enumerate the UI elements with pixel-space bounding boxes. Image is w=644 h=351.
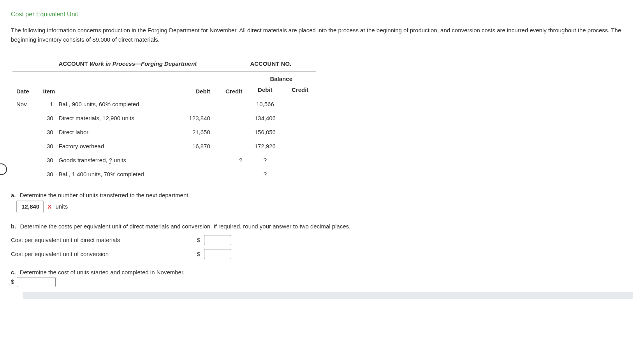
cell-credit	[214, 139, 246, 153]
col-credit: Credit	[214, 72, 246, 97]
cell-item: Bal., 900 units, 60% completed	[55, 97, 176, 111]
cost-conv-label: Cost per equivalent unit of conversion	[11, 249, 194, 259]
cell-bal-debit: ?	[246, 167, 284, 181]
table-row: 30 Goods transferred, ? units ? ?	[12, 153, 316, 167]
cell-credit	[214, 111, 246, 125]
cell-day: 30	[39, 153, 55, 167]
table-row: 30 Direct materials, 12,900 units 123,84…	[12, 111, 316, 125]
col-bal-credit: Credit	[284, 84, 316, 97]
cell-month: Nov.	[12, 97, 39, 111]
q-c-text: Determine the cost of units started and …	[20, 269, 185, 276]
cell-bal-credit	[284, 125, 316, 139]
cell-bal-credit	[284, 111, 316, 125]
account-name: Work in Process—Forging Department	[90, 60, 197, 67]
question-a: a. Determine the number of units transfe…	[11, 191, 633, 213]
cell-bal-credit	[284, 167, 316, 181]
cell-bal-credit	[284, 97, 316, 111]
col-balance: Balance	[246, 72, 316, 84]
account-label: ACCOUNT	[59, 60, 88, 67]
q-a-label: a.	[11, 192, 16, 198]
cell-day: 30	[39, 167, 55, 181]
table-row: 30 Factory overhead 16,870 172,926	[12, 139, 316, 153]
cell-item: Factory overhead	[55, 139, 176, 153]
col-bal-debit: Debit	[246, 84, 284, 97]
cost-started-input[interactable]	[17, 277, 56, 287]
cell-item: Direct materials, 12,900 units	[55, 111, 176, 125]
cell-bal-debit: ?	[246, 153, 284, 167]
cell-debit: 123,840	[176, 111, 214, 125]
cell-credit	[214, 97, 246, 111]
cell-credit: ?	[214, 153, 246, 167]
answer-a-box[interactable]: 12,840	[16, 200, 44, 213]
cell-debit	[176, 153, 214, 167]
cell-bal-credit	[284, 139, 316, 153]
col-item: Item	[39, 72, 176, 97]
cell-day: 1	[39, 97, 55, 111]
cell-debit	[176, 97, 214, 111]
cost-conv-input[interactable]	[204, 249, 231, 259]
cell-bal-credit	[284, 153, 316, 167]
table-row: 30 Direct labor 21,650 156,056	[12, 125, 316, 139]
table-row: Nov. 1 Bal., 900 units, 60% completed 10…	[12, 97, 316, 111]
cell-debit	[176, 167, 214, 181]
question-b: b. Determine the costs per equivalent un…	[11, 222, 633, 259]
footer-scrollbar[interactable]	[23, 292, 633, 299]
wrong-icon: X	[48, 203, 51, 210]
answer-a-unit: units	[56, 203, 68, 210]
account-no-label: ACCOUNT NO.	[246, 55, 316, 72]
cell-bal-debit: 10,566	[246, 97, 284, 111]
col-debit: Debit	[176, 72, 214, 97]
dollar-sign: $	[197, 235, 200, 245]
q-b-label: b.	[11, 223, 16, 230]
cell-item: Direct labor	[55, 125, 176, 139]
q-c-label: c.	[11, 269, 16, 276]
cell-day: 30	[39, 111, 55, 125]
cell-credit	[214, 125, 246, 139]
cell-debit: 16,870	[176, 139, 214, 153]
intro-paragraph: The following information concerns produ…	[11, 26, 633, 44]
cell-item: Goods transferred, ? units	[55, 153, 176, 167]
cell-bal-debit: 134,406	[246, 111, 284, 125]
cost-dm-row: Cost per equivalent unit of direct mater…	[11, 235, 633, 245]
cost-dm-input[interactable]	[204, 235, 231, 245]
dollar-sign: $	[11, 278, 14, 285]
cell-item: Bal., 1,400 units, 70% completed	[55, 167, 176, 181]
cost-dm-label: Cost per equivalent unit of direct mater…	[11, 235, 194, 245]
cell-credit	[214, 167, 246, 181]
q-a-text: Determine the number of units transferre…	[20, 192, 190, 198]
questions-block: a. Determine the number of units transfe…	[11, 191, 633, 287]
account-header-row: ACCOUNT Work in Process—Forging Departme…	[12, 55, 316, 72]
cell-bal-debit: 156,056	[246, 125, 284, 139]
page-indicator-circle	[0, 163, 7, 175]
q-b-text: Determine the costs per equivalent unit …	[20, 223, 351, 230]
cost-conv-row: Cost per equivalent unit of conversion $	[11, 249, 633, 259]
ledger-table: ACCOUNT Work in Process—Forging Departme…	[12, 55, 316, 181]
page-title: Cost per Equivalent Unit	[11, 9, 633, 19]
cell-day: 30	[39, 125, 55, 139]
dollar-sign: $	[197, 249, 200, 259]
cell-debit: 21,650	[176, 125, 214, 139]
col-date: Date	[12, 72, 39, 97]
cell-day: 30	[39, 139, 55, 153]
table-row: 30 Bal., 1,400 units, 70% completed ?	[12, 167, 316, 181]
cell-bal-debit: 172,926	[246, 139, 284, 153]
question-c: c. Determine the cost of units started a…	[11, 268, 633, 287]
